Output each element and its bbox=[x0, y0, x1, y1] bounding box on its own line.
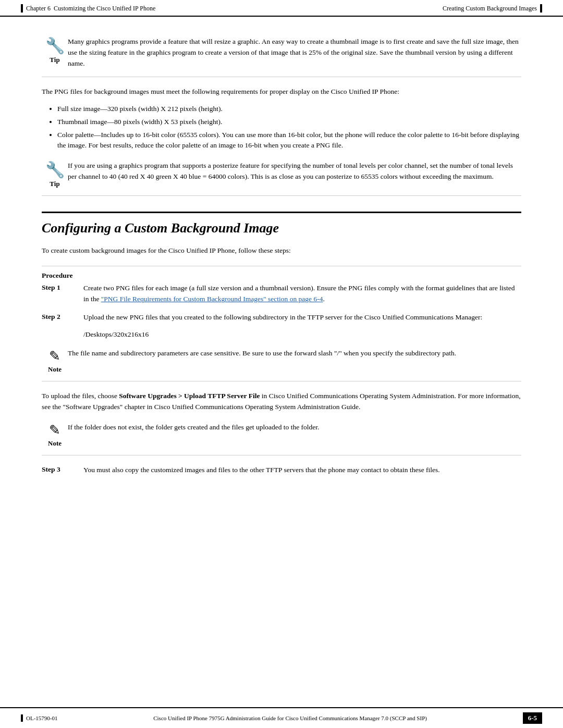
header-bar-left bbox=[21, 4, 23, 13]
step3-content: You must also copy the customized images… bbox=[83, 465, 521, 476]
procedure-label: Procedure bbox=[42, 266, 521, 280]
note1-icon-area: ✎ Note bbox=[42, 348, 68, 374]
tip1-label: Tip bbox=[50, 56, 59, 64]
note2-label: Note bbox=[48, 439, 62, 448]
section-heading: Configuring a Custom Background Image bbox=[42, 212, 521, 236]
intro-para: To create custom background images for t… bbox=[42, 245, 521, 256]
upload-text-before: To upload the files, choose bbox=[42, 392, 119, 400]
tip1-icon: 🔧 bbox=[45, 36, 65, 55]
note2-icon-area: ✎ Note bbox=[42, 422, 68, 448]
step1-content: Create two PNG files for each image (a f… bbox=[83, 283, 521, 305]
header-right-title: Creating Custom Background Images bbox=[443, 5, 537, 13]
tip2-icon: 🔧 bbox=[45, 161, 65, 179]
header-chapter-label: Chapter 6 bbox=[26, 5, 51, 13]
list-item: Full size image—320 pixels (width) X 212… bbox=[57, 104, 521, 115]
step2-block: Step 2 Upload the new PNG files that you… bbox=[42, 312, 521, 323]
header-bar-right bbox=[540, 4, 542, 13]
upload-bold: Software Upgrades > Upload TFTP Server F… bbox=[119, 392, 260, 400]
footer-left: OL-15790-01 bbox=[21, 714, 58, 722]
list-item: Color palette—Includes up to 16-bit colo… bbox=[57, 130, 521, 152]
page-footer: OL-15790-01 Cisco Unified IP Phone 7975G… bbox=[0, 707, 563, 728]
directory-path: /Desktops/320x216x16 bbox=[83, 330, 521, 339]
note1-label: Note bbox=[48, 365, 62, 374]
step1-link[interactable]: "PNG File Requirements for Custom Backgr… bbox=[101, 295, 323, 303]
note1-text: The file name and subdirectory parameter… bbox=[68, 348, 521, 359]
note1-icon: ✎ bbox=[49, 348, 60, 364]
tip1-icon-area: 🔧 Tip bbox=[42, 36, 68, 64]
header-chapter-title: Customizing the Cisco Unified IP Phone bbox=[54, 5, 155, 13]
tip2-text: If you are using a graphics program that… bbox=[68, 161, 521, 182]
step3-label: Step 3 bbox=[42, 465, 83, 474]
tip2-label: Tip bbox=[50, 180, 59, 188]
tip2-icon-area: 🔧 Tip bbox=[42, 161, 68, 188]
note2-block: ✎ Note If the folder does not exist, the… bbox=[42, 422, 521, 455]
step3-block: Step 3 You must also copy the customized… bbox=[42, 465, 521, 476]
footer-center-text: Cisco Unified IP Phone 7975G Administrat… bbox=[58, 715, 523, 721]
body-para1: The PNG files for background images must… bbox=[42, 87, 521, 97]
header-right: Creating Custom Background Images bbox=[443, 4, 542, 13]
note1-block: ✎ Note The file name and subdirectory pa… bbox=[42, 348, 521, 381]
note2-icon: ✎ bbox=[49, 422, 60, 438]
page-header: Chapter 6 Customizing the Cisco Unified … bbox=[0, 0, 563, 17]
step1-text-after: . bbox=[323, 295, 324, 303]
upload-para: To upload the files, choose Software Upg… bbox=[42, 391, 521, 413]
step1-block: Step 1 Create two PNG files for each ima… bbox=[42, 283, 521, 305]
tip1-text: Many graphics programs provide a feature… bbox=[68, 36, 521, 69]
note2-text: If the folder does not exist, the folder… bbox=[68, 422, 521, 433]
tip2-block: 🔧 Tip If you are using a graphics progra… bbox=[42, 161, 521, 196]
footer-bar bbox=[21, 714, 23, 722]
footer-doc-number: OL-15790-01 bbox=[26, 715, 58, 721]
tip1-block: 🔧 Tip Many graphics programs provide a f… bbox=[42, 36, 521, 77]
step2-label: Step 2 bbox=[42, 312, 83, 321]
header-left: Chapter 6 Customizing the Cisco Unified … bbox=[21, 4, 155, 13]
list-item: Thumbnail image—80 pixels (width) X 53 p… bbox=[57, 117, 521, 128]
footer-page-number: 6-5 bbox=[523, 712, 542, 724]
step2-content: Upload the new PNG files that you create… bbox=[83, 312, 521, 323]
step1-label: Step 1 bbox=[42, 283, 83, 292]
requirements-list: Full size image—320 pixels (width) X 212… bbox=[57, 104, 521, 152]
main-content: 🔧 Tip Many graphics programs provide a f… bbox=[0, 17, 563, 525]
